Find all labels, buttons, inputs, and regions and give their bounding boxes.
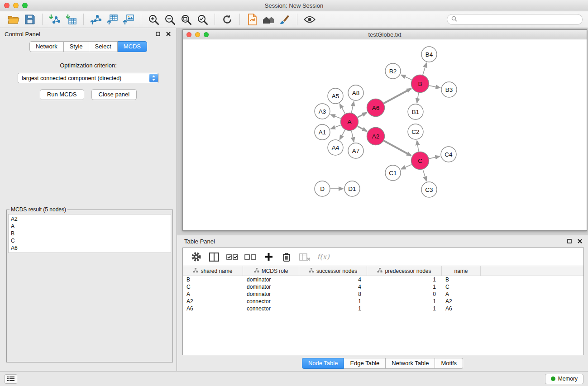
cell-shared-name[interactable]: B	[183, 276, 243, 283]
graph-node-A8[interactable]: A8	[348, 85, 363, 100]
cell-name[interactable]: A2	[442, 298, 481, 305]
graph-node-A4[interactable]: A4	[328, 140, 343, 155]
cell-shared-name[interactable]: A2	[183, 298, 243, 305]
graph-node-A1[interactable]: A1	[315, 124, 330, 140]
graph-edge-A-A6[interactable]	[358, 113, 367, 118]
import-network-icon[interactable]	[47, 13, 63, 26]
graph-edge-C-C1[interactable]	[401, 164, 411, 169]
cell-successor-nodes[interactable]: 8	[299, 291, 367, 298]
graph-edge-B-B3[interactable]	[429, 86, 440, 88]
network-window-titlebar[interactable]: testGlobe.txt	[183, 30, 587, 39]
graph-edge-B-B2[interactable]	[401, 75, 411, 80]
memory-button[interactable]: Memory	[545, 374, 583, 384]
table-row[interactable]: A2 connector 1 1 A2	[183, 298, 583, 305]
cell-successor-nodes[interactable]: 4	[299, 283, 367, 291]
graph-edge-A-A5[interactable]	[340, 104, 345, 114]
cell-mcds-role[interactable]: connector	[243, 305, 299, 312]
graph-node-D1[interactable]: D1	[344, 181, 360, 196]
zoom-out-icon[interactable]	[162, 13, 178, 26]
export-network-icon[interactable]	[88, 13, 104, 26]
result-item[interactable]: A6	[11, 244, 168, 252]
maximize-window-button[interactable]	[22, 3, 28, 8]
create-column-plus-icon[interactable]	[262, 251, 275, 263]
column-header-successor-nodes[interactable]: successor nodes	[299, 266, 367, 276]
graph-edge-A-A4[interactable]	[340, 130, 345, 139]
graph-edge-B-B1[interactable]	[417, 93, 419, 103]
tab-motifs[interactable]: Motifs	[435, 358, 463, 369]
graph-node-B4[interactable]: B4	[421, 47, 437, 62]
graph-edge-A-A2[interactable]	[358, 126, 367, 131]
graph-node-B3[interactable]: B3	[441, 82, 457, 97]
cell-successor-nodes[interactable]: 4	[299, 276, 367, 283]
graph-edge-A-A3[interactable]	[331, 114, 341, 119]
cell-name[interactable]: A6	[442, 305, 481, 312]
cell-predecessor-nodes[interactable]: 1	[367, 283, 442, 291]
cell-successor-nodes[interactable]: 1	[299, 298, 367, 305]
show-graphics-details-eye-icon[interactable]	[301, 13, 318, 26]
cell-mcds-role[interactable]: dominator	[243, 283, 299, 291]
column-header-mcds-role[interactable]: MCDS role	[243, 266, 299, 276]
graph-node-A[interactable]: A	[341, 113, 359, 131]
graph-node-C2[interactable]: C2	[408, 124, 423, 139]
cell-mcds-role[interactable]: dominator	[243, 291, 299, 298]
column-header-name[interactable]: name	[442, 266, 481, 276]
open-session-icon[interactable]	[5, 13, 22, 26]
task-history-button[interactable]	[5, 374, 17, 384]
show-columns-icon[interactable]	[207, 251, 221, 263]
column-header-shared-name[interactable]: shared name	[183, 266, 243, 276]
close-panel-icon[interactable]	[165, 31, 172, 37]
result-item[interactable]: A	[11, 223, 168, 230]
column-header-predecessor-nodes[interactable]: predecessor nodes	[367, 266, 442, 276]
graph-node-B[interactable]: B	[411, 75, 429, 93]
select-all-columns-icon[interactable]	[225, 251, 239, 263]
cell-predecessor-nodes[interactable]: 1	[367, 276, 442, 283]
graph-node-C3[interactable]: C3	[421, 182, 437, 197]
cell-predecessor-nodes[interactable]: 1	[367, 298, 442, 305]
table-row[interactable]: A dominator 8 0 A	[183, 291, 583, 298]
result-item[interactable]: B	[11, 230, 168, 237]
delete-table-icon[interactable]	[298, 251, 311, 263]
table-row[interactable]: C dominator 4 1 C	[183, 283, 583, 291]
close-panel-button[interactable]: Close panel	[91, 89, 137, 100]
search-input[interactable]	[459, 16, 578, 23]
graph-edge-A6-B[interactable]	[384, 89, 411, 104]
run-mcds-button[interactable]: Run MCDS	[40, 89, 84, 100]
graph-edge-C-C2[interactable]	[417, 141, 419, 152]
graph-node-A7[interactable]: A7	[348, 143, 363, 158]
graph-edge-A-A8[interactable]	[351, 102, 354, 113]
table-settings-gear-icon[interactable]	[189, 251, 203, 263]
tab-network-table[interactable]: Network Table	[386, 358, 435, 369]
tab-network[interactable]: Network	[29, 41, 64, 52]
search-box[interactable]	[447, 14, 583, 25]
cell-name[interactable]: B	[442, 276, 481, 283]
graph-edge-C-C3[interactable]	[423, 170, 426, 181]
network-canvas[interactable]: B4B2BB3A8A5A6A3B1AC2A1A2A4A7C4CC1C3DD1	[183, 39, 587, 230]
cell-predecessor-nodes[interactable]: 1	[367, 305, 442, 312]
zoom-selected-icon[interactable]	[194, 13, 210, 26]
zoom-fit-icon[interactable]	[178, 13, 194, 26]
close-table-panel-icon[interactable]	[576, 238, 583, 244]
result-item[interactable]: C	[11, 237, 168, 244]
graph-node-D[interactable]: D	[315, 181, 330, 196]
minimize-network-button[interactable]	[195, 32, 200, 37]
cell-successor-nodes[interactable]: 1	[299, 305, 367, 312]
maximize-network-button[interactable]	[204, 32, 209, 37]
float-panel-icon[interactable]	[154, 31, 162, 37]
result-item[interactable]: A2	[11, 215, 168, 223]
graph-node-A3[interactable]: A3	[315, 104, 330, 119]
table-row[interactable]: A6 connector 1 1 A6	[183, 305, 583, 312]
cell-name[interactable]: A	[442, 291, 481, 298]
graph-node-C[interactable]: C	[411, 152, 429, 170]
criterion-dropdown[interactable]: largest connected component (directed)	[18, 73, 159, 83]
cell-shared-name[interactable]: A	[183, 291, 243, 298]
zoom-in-icon[interactable]	[145, 13, 162, 26]
graph-node-B2[interactable]: B2	[385, 63, 401, 79]
cell-mcds-role[interactable]: connector	[243, 298, 299, 305]
minimize-window-button[interactable]	[13, 3, 19, 8]
mcds-result-list[interactable]: A2 A B C A6	[8, 214, 171, 253]
save-session-icon[interactable]	[22, 13, 38, 26]
tab-edge-table[interactable]: Edge Table	[344, 358, 386, 369]
cell-shared-name[interactable]: A6	[183, 305, 243, 312]
export-table-icon[interactable]	[104, 13, 120, 26]
cell-shared-name[interactable]: C	[183, 283, 243, 291]
